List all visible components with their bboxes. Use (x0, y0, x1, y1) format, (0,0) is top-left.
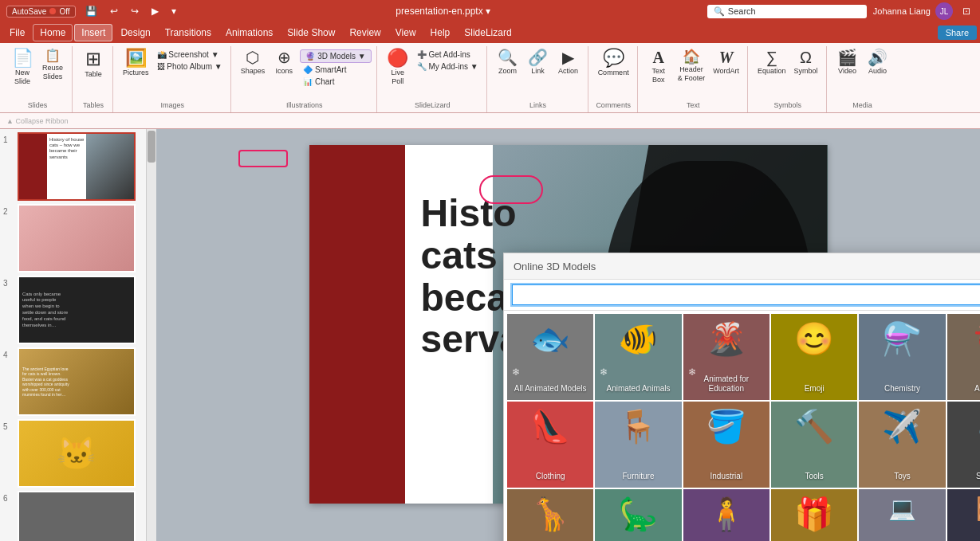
slide-img-1[interactable]: History of housecats – how webecame thei… (18, 132, 136, 201)
new-slide-button[interactable]: 📄 NewSlide (8, 48, 37, 88)
slide-thumb-5[interactable]: 5 🐱 (3, 419, 143, 488)
video-button[interactable]: 🎬 Video (833, 48, 862, 77)
slide-thumb-3[interactable]: 3 Cats only becameuseful to peoplewhen w… (3, 276, 143, 344)
model-cell-emoji[interactable]: 😊 Emoji (771, 314, 857, 400)
action-button[interactable]: ▶ Action (554, 48, 583, 77)
3d-models-button[interactable]: 🔮 3D Models ▼ (300, 49, 371, 63)
menu-slidelizard[interactable]: SlideLizard (458, 25, 518, 41)
redo-button[interactable]: ↪ (128, 4, 142, 18)
my-addins-button[interactable]: 🔧 My Add-ins ▼ (414, 61, 482, 72)
3d-models-icon: 🔮 (305, 52, 315, 61)
share-button[interactable]: Share (938, 25, 977, 40)
menu-file[interactable]: File (3, 25, 31, 41)
screenshot-button[interactable]: 📸 Screenshot ▼ (154, 49, 226, 60)
present-button[interactable]: ▶ (148, 4, 162, 18)
get-addins-button[interactable]: ➕ Get Add-ins (414, 49, 482, 60)
model-cell-microsoft[interactable]: 🪟 Microsoft Products (947, 489, 980, 541)
link-button[interactable]: 🔗 Link (524, 48, 553, 77)
autosave-badge[interactable]: AutoSave Off (6, 6, 76, 18)
emoji-label: Emoji (801, 384, 828, 394)
audio-button[interactable]: 🔊 Audio (864, 48, 892, 77)
user-info: Johanna Liang JL (873, 2, 953, 20)
textbox-button[interactable]: A TextBox (644, 48, 673, 86)
slide-thumb-1[interactable]: 1 History of housecats – how webecame th… (3, 132, 143, 201)
slide-thumb-4[interactable]: 4 The ancient Egyptian lovefor cats is w… (3, 347, 143, 416)
save-button[interactable]: 💾 (82, 4, 100, 18)
model-cell-all-animated[interactable]: 🐟 ❄ All Animated Models (507, 314, 593, 400)
zoom-label: Zoom (498, 67, 517, 76)
action-icon: ▶ (562, 49, 574, 65)
animated-animals-label: Animated Animals (603, 384, 673, 394)
model-cell-animals[interactable]: 🦒 Animals (507, 489, 593, 541)
model-cell-avatars[interactable]: 🧍 Avatars (683, 489, 769, 541)
tables-buttons: ⊞ Table (79, 48, 108, 100)
slide-num-2: 2 (3, 207, 14, 216)
model-cell-toys[interactable]: ✈️ Toys (859, 402, 945, 488)
avatar: JL (935, 2, 953, 20)
model-cell-anatomy[interactable]: 🫀 Anatomy (947, 314, 980, 400)
slide-scrollbar[interactable] (147, 129, 156, 541)
model-cell-celebrations[interactable]: 🎁 Celebrations (771, 489, 857, 541)
menu-slideshow[interactable]: Slide Show (281, 25, 341, 41)
slide-img-2[interactable] (18, 204, 136, 272)
shapes-button[interactable]: ⬡ Shapes (238, 48, 269, 77)
reuse-slides-button[interactable]: 📋 ReuseSlides (38, 48, 67, 83)
dialog-search-input[interactable] (512, 284, 980, 305)
model-cell-chemistry[interactable]: ⚗️ Chemistry (859, 314, 945, 400)
zoom-button[interactable]: 🔍 Zoom (494, 48, 522, 77)
zoom-icon: 🔍 (498, 49, 518, 65)
menu-animations[interactable]: Animations (219, 25, 279, 41)
menu-transitions[interactable]: Transitions (159, 25, 218, 41)
slide-img-3[interactable]: Cats only becameuseful to peoplewhen we … (18, 276, 136, 344)
symbols-buttons: ∑ Equation Ω Symbol (754, 48, 821, 100)
comment-button[interactable]: 💬 Comment (595, 48, 632, 79)
more-button[interactable]: ▾ (168, 4, 179, 18)
dialog-header: Online 3D Models — ✕ (504, 253, 980, 280)
equation-button[interactable]: ∑ Equation (754, 48, 789, 77)
header-footer-button[interactable]: 🏠 Header& Footer (675, 48, 709, 84)
model-cell-dinosaurs[interactable]: 🦕 Dinosaurs (595, 489, 681, 541)
model-cell-clothing[interactable]: 👠 Clothing (507, 402, 593, 488)
undo-button[interactable]: ↩ (107, 4, 121, 18)
slide-img-5[interactable]: 🐱 (18, 419, 136, 488)
slide-title-line1: Histo (421, 193, 521, 235)
menu-help[interactable]: Help (424, 25, 457, 41)
slide-img-6[interactable] (18, 491, 136, 541)
wordart-icon: W (719, 49, 734, 65)
smartart-button[interactable]: 🔷 SmartArt (300, 65, 349, 75)
ribbon-group-tables: ⊞ Table Tables (74, 46, 113, 112)
symbol-button[interactable]: Ω Symbol (791, 48, 821, 77)
photo-album-button[interactable]: 🖼 Photo Album ▼ (154, 61, 226, 72)
comments-group-label: Comments (596, 100, 631, 109)
clothing-label: Clothing (533, 472, 569, 481)
model-cell-furniture[interactable]: 🪑 Furniture (595, 402, 681, 488)
model-cell-animated-animals[interactable]: 🐠 ❄ Animated Animals (595, 314, 681, 400)
live-poll-button[interactable]: 🔴 LivePoll (384, 48, 412, 88)
pictures-button[interactable]: 🖼️ Pictures (120, 48, 152, 79)
menu-review[interactable]: Review (343, 25, 387, 41)
title-bar-left: AutoSave Off 💾 ↩ ↪ ▶ ▾ (6, 4, 179, 18)
furniture-icon: 🪑 (618, 408, 658, 445)
comments-buttons: 💬 Comment (595, 48, 632, 100)
menu-view[interactable]: View (389, 25, 423, 41)
search-bar[interactable]: 🔍 Search (707, 5, 867, 18)
table-button[interactable]: ⊞ Table (79, 48, 108, 80)
slide-thumb-2[interactable]: 2 (3, 204, 143, 272)
menu-home[interactable]: Home (33, 24, 73, 41)
toys-label: Toys (891, 472, 914, 481)
model-cell-industrial[interactable]: 🪣 Industrial (683, 402, 769, 488)
menu-design[interactable]: Design (114, 25, 156, 41)
slide-thumb-6[interactable]: 6 (3, 491, 143, 541)
model-cell-animated-education[interactable]: 🌋 ❄ Animated for Education (683, 314, 769, 400)
symbols-group-label: Symbols (774, 100, 802, 109)
wordart-button[interactable]: W WordArt (710, 48, 742, 77)
menu-insert[interactable]: Insert (74, 24, 112, 41)
model-cell-stickers[interactable]: 🎵 Stickers (947, 402, 980, 488)
window-control[interactable]: ⊡ (959, 4, 974, 18)
model-cell-electronics[interactable]: 💻 Electronics and Gadgets (859, 489, 945, 541)
slide-img-4[interactable]: The ancient Egyptian lovefor cats is wel… (18, 347, 136, 416)
chart-button[interactable]: 📊 Chart (300, 76, 337, 87)
model-cell-tools[interactable]: 🔨 Tools (771, 402, 857, 488)
icons-button[interactable]: ⊕ Icons (270, 48, 298, 77)
link-icon: 🔗 (528, 49, 548, 65)
